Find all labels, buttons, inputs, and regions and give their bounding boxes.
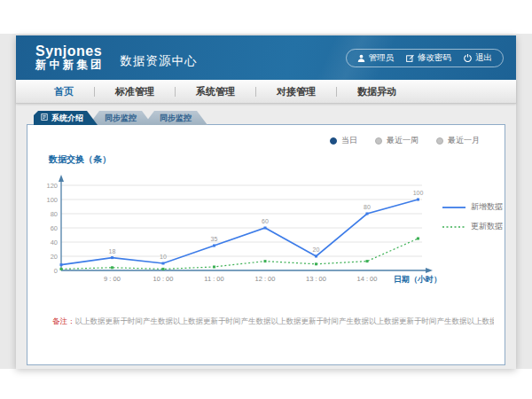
filter-label: 最近一周 (387, 135, 419, 146)
time-range-filters: 当日 最近一周 最近一月 (330, 135, 480, 146)
radio-selected-icon (330, 137, 337, 145)
svg-text:12 : 00: 12 : 00 (255, 275, 276, 283)
svg-text:10: 10 (160, 254, 167, 260)
nav-item-home[interactable]: 首页 (34, 80, 94, 104)
radio-unselected-icon (375, 137, 382, 145)
page-title: 数据资源中心 (121, 53, 198, 69)
edit-icon (406, 54, 414, 62)
legend-item-new-data: 新增数据 (442, 201, 503, 213)
tab-sync-monitor-2[interactable]: 同步监控 (144, 111, 207, 125)
filter-last-week[interactable]: 最近一周 (375, 135, 419, 146)
user-label: 管理员 (369, 52, 395, 64)
chart-legend: 新增数据 更新数据 (442, 201, 503, 232)
svg-text:10 : 00: 10 : 00 (153, 275, 174, 283)
logout-button[interactable]: 退出 (464, 52, 492, 64)
app-window: Synjones 新中新集团 数据资源中心 管理员 修改密码 (16, 35, 516, 369)
nav-item-data-change[interactable]: 数据异动 (337, 80, 417, 104)
filter-last-month[interactable]: 最近一月 (436, 135, 480, 146)
nav-item-standard-mgmt[interactable]: 标准管理 (95, 80, 175, 104)
user-icon (357, 54, 365, 62)
tab-label: 同步监控 (160, 113, 192, 122)
logo-text-en: Synjones (35, 44, 105, 59)
svg-text:80: 80 (51, 210, 58, 218)
radio-unselected-icon (436, 137, 443, 145)
tab-bar: 系统介绍 同步监控 同步监控 (27, 111, 505, 125)
svg-text:35: 35 (211, 236, 218, 242)
footnote: 备注：以上数据更新于时间产生数据以上数据更新于时间产生数据以上数据更新于时间产生… (52, 317, 494, 327)
content-area: 系统介绍 同步监控 同步监控 当日 最近一周 (16, 104, 516, 365)
svg-text:9 : 00: 9 : 00 (104, 275, 121, 283)
svg-text:60: 60 (51, 224, 58, 232)
chart-panel: 当日 最近一周 最近一月 数据交换（条） 0204060801001209 : … (27, 124, 505, 365)
svg-text:40: 40 (51, 239, 58, 246)
main-nav: 首页 标准管理 系统管理 对接管理 数据异动 (16, 80, 516, 104)
solid-line-swatch (442, 205, 466, 210)
nav-item-system-mgmt[interactable]: 系统管理 (176, 80, 255, 104)
tab-system-intro[interactable]: 系统介绍 (34, 111, 98, 125)
line-chart: 0204060801001209 : 0010 : 0011 : 0012 : … (41, 168, 444, 301)
filter-label: 最近一月 (448, 135, 480, 146)
footnote-prefix: 备注： (52, 317, 75, 325)
user-toolbar: 管理员 修改密码 退出 (346, 49, 505, 67)
svg-text:20: 20 (51, 253, 58, 261)
power-icon (464, 54, 472, 62)
change-password-button[interactable]: 修改密码 (406, 52, 451, 64)
logo-text-cn: 新中新集团 (35, 59, 105, 71)
legend-item-updated-data: 更新数据 (442, 221, 503, 232)
footnote-text: 以上数据更新于时间产生数据以上数据更新于时间产生数据以上数据更新于时间产生数据以… (75, 317, 495, 325)
svg-text:18: 18 (109, 248, 116, 254)
tab-sync-monitor-1[interactable]: 同步监控 (89, 111, 153, 125)
svg-text:100: 100 (413, 190, 424, 196)
legend-label: 新增数据 (471, 201, 503, 213)
svg-text:0: 0 (54, 267, 58, 275)
svg-text:120: 120 (46, 182, 58, 190)
svg-text:20: 20 (313, 246, 320, 253)
y-axis-title: 数据交换（条） (49, 153, 111, 166)
svg-text:11 : 00: 11 : 00 (204, 275, 223, 283)
svg-text:13 : 00: 13 : 00 (306, 275, 326, 283)
user-menu[interactable]: 管理员 (357, 52, 395, 64)
svg-text:80: 80 (364, 204, 371, 210)
header: Synjones 新中新集团 数据资源中心 管理员 修改密码 (16, 35, 516, 80)
svg-text:100: 100 (46, 196, 58, 204)
filter-today[interactable]: 当日 (330, 135, 357, 146)
svg-text:60: 60 (262, 218, 269, 224)
svg-text:14 : 00: 14 : 00 (357, 275, 378, 283)
svg-text:日期（小时）: 日期（小时） (394, 275, 442, 284)
dotted-line-swatch (442, 224, 466, 230)
filter-label: 当日 (341, 135, 357, 146)
tab-label: 同步监控 (105, 113, 137, 122)
document-icon (41, 111, 48, 125)
nav-item-interface-mgmt[interactable]: 对接管理 (256, 80, 336, 104)
logo: Synjones 新中新集团 (35, 44, 105, 71)
legend-label: 更新数据 (471, 221, 503, 232)
logout-label: 退出 (475, 52, 492, 64)
tab-label: 系统介绍 (51, 111, 83, 125)
change-password-label: 修改密码 (418, 52, 451, 64)
page-background: Synjones 新中新集团 数据资源中心 管理员 修改密码 (0, 0, 532, 399)
